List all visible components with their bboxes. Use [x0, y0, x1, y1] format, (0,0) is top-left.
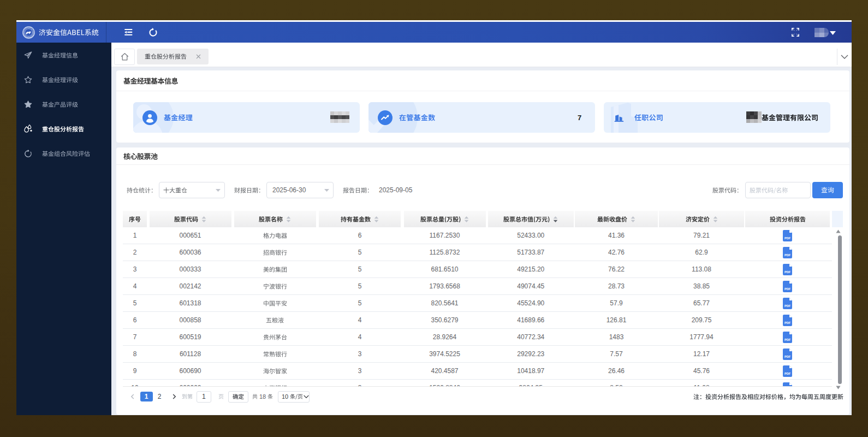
svg-text:PDF: PDF: [784, 253, 791, 257]
svg-text:PDF: PDF: [784, 270, 791, 274]
svg-text:PDF: PDF: [784, 304, 791, 308]
svg-text:PDF: PDF: [784, 338, 791, 341]
svg-text:PDF: PDF: [784, 372, 791, 375]
svg-text:PDF: PDF: [784, 287, 791, 291]
svg-text:PDF: PDF: [784, 321, 791, 324]
svg-text:PDF: PDF: [784, 355, 791, 358]
svg-text:PDF: PDF: [784, 237, 791, 240]
